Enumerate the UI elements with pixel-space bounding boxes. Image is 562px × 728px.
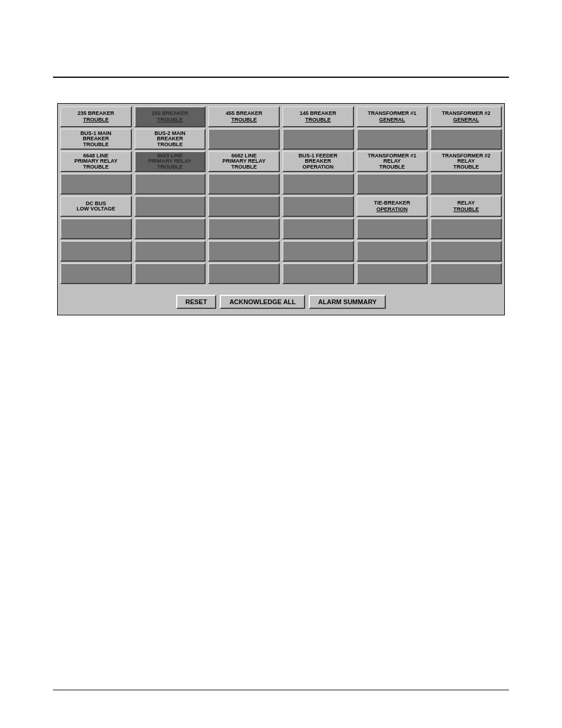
alarm-summary-button[interactable]: ALARM SUMMARY xyxy=(309,295,386,309)
annunciator-cell-text: TRANSFORMER #1 RELAY TROUBLE xyxy=(368,153,416,170)
annunciator-cell-title: 455 BREAKER xyxy=(226,111,262,116)
annunciator-cell[interactable]: TRANSFORMER #2 RELAY TROUBLE xyxy=(430,151,502,172)
annunciator-cell-status: TROUBLE xyxy=(157,117,183,123)
annunciator-cell-empty xyxy=(430,241,502,262)
annunciator-cell-status: GENERAL xyxy=(453,117,479,123)
annunciator-cell-title: TRANSFORMER #1 xyxy=(368,111,416,116)
annunciator-cell-empty xyxy=(134,173,206,195)
annunciator-cell-empty xyxy=(208,196,280,217)
annunciator-cell-status: GENERAL xyxy=(379,117,405,123)
annunciator-cell-empty xyxy=(282,129,354,150)
annunciator-cell-empty xyxy=(356,173,428,195)
annunciator-panel: 235 BREAKERTROUBLE255 BREAKERTROUBLE455 … xyxy=(57,103,505,315)
annunciator-cell-title: 255 BREAKER xyxy=(151,111,188,116)
annunciator-cell-text: 6648 LINE PRIMARY RELAY TROUBLE xyxy=(74,153,117,170)
annunciator-cell[interactable]: 455 BREAKERTROUBLE xyxy=(208,106,280,127)
annunciator-cell[interactable]: RELAYTROUBLE xyxy=(430,196,502,217)
reset-button[interactable]: RESET xyxy=(176,295,217,309)
annunciator-cell-empty xyxy=(60,263,132,284)
annunciator-cell[interactable]: BUS-2 MAIN BREAKER TROUBLE xyxy=(134,129,206,150)
acknowledge-all-button[interactable]: ACKNOWLEDGE ALL xyxy=(220,295,305,309)
annunciator-cell[interactable]: 6653 LINE PRIMARY RELAY TROUBLE xyxy=(134,151,206,172)
annunciator-cell[interactable]: TRANSFORMER #1GENERAL xyxy=(356,106,428,127)
annunciator-cell-text: 6682 LINE PRIMARY RELAY TROUBLE xyxy=(223,153,266,170)
annunciator-cell-empty xyxy=(356,218,428,239)
annunciator-cell-empty xyxy=(208,173,280,195)
annunciator-cell-title: TIE-BREAKER xyxy=(374,200,411,206)
annunciator-cell-empty xyxy=(134,218,206,239)
annunciator-cell-title: 235 BREAKER xyxy=(78,111,114,116)
annunciator-cell[interactable]: 145 BREAKERTROUBLE xyxy=(282,106,354,127)
annunciator-cell-text: 6653 LINE PRIMARY RELAY TROUBLE xyxy=(148,153,191,170)
annunciator-cell-title: RELAY xyxy=(457,200,475,206)
annunciator-cell[interactable]: BUS-1 MAIN BREAKER TROUBLE xyxy=(60,129,132,150)
annunciator-grid: 235 BREAKERTROUBLE255 BREAKERTROUBLE455 … xyxy=(60,106,502,284)
annunciator-cell-empty xyxy=(60,241,132,262)
annunciator-cell-status: TROUBLE xyxy=(453,207,479,212)
annunciator-cell[interactable]: 255 BREAKERTROUBLE xyxy=(134,106,206,127)
annunciator-cell-empty xyxy=(208,241,280,262)
annunciator-cell-title: 145 BREAKER xyxy=(300,111,336,116)
annunciator-cell-empty xyxy=(282,173,354,195)
annunciator-cell[interactable]: TIE-BREAKEROPERATION xyxy=(356,196,428,217)
annunciator-cell[interactable]: 235 BREAKERTROUBLE xyxy=(60,106,132,127)
annunciator-cell-title: TRANSFORMER #2 xyxy=(442,111,491,116)
annunciator-cell-empty xyxy=(208,129,280,150)
annunciator-cell-text: BUS-1 MAIN BREAKER TROUBLE xyxy=(81,131,112,147)
annunciator-cell-empty xyxy=(430,129,502,150)
annunciator-cell[interactable]: TRANSFORMER #2GENERAL xyxy=(430,106,502,127)
annunciator-cell-status: TROUBLE xyxy=(83,117,109,123)
annunciator-cell-empty xyxy=(208,263,280,284)
annunciator-cell-empty xyxy=(282,218,354,239)
annunciator-cell[interactable]: BUS-1 FEEDER BREAKER OPERATION xyxy=(282,151,354,172)
annunciator-cell-empty xyxy=(282,241,354,262)
bottom-rule xyxy=(53,690,509,690)
annunciator-cell-text: DC BUS LOW VOLTAGE xyxy=(77,201,115,212)
annunciator-cell-empty xyxy=(60,218,132,239)
annunciator-cell-empty xyxy=(282,196,354,217)
annunciator-cell-text: TRANSFORMER #2 RELAY TROUBLE xyxy=(442,153,491,170)
annunciator-cell-empty xyxy=(134,263,206,284)
annunciator-cell-empty xyxy=(282,263,354,284)
annunciator-cell-status: TROUBLE xyxy=(305,117,331,123)
annunciator-cell-empty xyxy=(60,173,132,195)
annunciator-cell-empty xyxy=(134,241,206,262)
annunciator-cell-empty xyxy=(208,218,280,239)
annunciator-cell-empty xyxy=(356,241,428,262)
top-rule xyxy=(53,77,509,78)
annunciator-cell[interactable]: DC BUS LOW VOLTAGE xyxy=(60,196,132,217)
annunciator-cell-empty xyxy=(134,196,206,217)
annunciator-cell-empty xyxy=(430,218,502,239)
annunciator-cell-empty xyxy=(356,263,428,284)
annunciator-cell-text: BUS-2 MAIN BREAKER TROUBLE xyxy=(154,131,186,147)
annunciator-cell-text: BUS-1 FEEDER BREAKER OPERATION xyxy=(299,153,338,170)
annunciator-cell[interactable]: TRANSFORMER #1 RELAY TROUBLE xyxy=(356,151,428,172)
annunciator-cell-empty xyxy=(356,129,428,150)
button-row: RESET ACKNOWLEDGE ALL ALARM SUMMARY xyxy=(60,295,502,309)
annunciator-cell-empty xyxy=(430,263,502,284)
annunciator-cell-status: TROUBLE xyxy=(231,117,257,123)
page: 235 BREAKERTROUBLE255 BREAKERTROUBLE455 … xyxy=(0,0,562,728)
annunciator-cell[interactable]: 6682 LINE PRIMARY RELAY TROUBLE xyxy=(208,151,280,172)
annunciator-cell[interactable]: 6648 LINE PRIMARY RELAY TROUBLE xyxy=(60,151,132,172)
annunciator-cell-empty xyxy=(430,173,502,195)
annunciator-cell-status: OPERATION xyxy=(376,207,408,212)
